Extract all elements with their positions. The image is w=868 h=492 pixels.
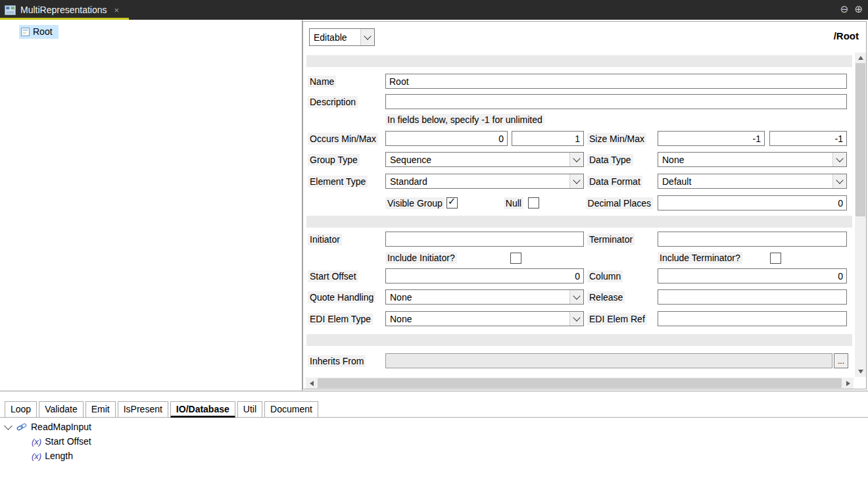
tab-util[interactable]: Util — [237, 401, 262, 418]
chevron-down-icon[interactable] — [4, 422, 12, 430]
scroll-up-icon[interactable] — [855, 53, 866, 63]
scroll-left-icon[interactable] — [306, 378, 317, 389]
data-type-label: Data Type — [587, 155, 658, 165]
element-type-label: Element Type — [308, 176, 385, 187]
zoom-in-icon[interactable]: ⊕ — [854, 3, 863, 15]
include-terminator-label: Include Terminator? — [658, 252, 742, 264]
edi-elem-type-label: EDI Elem Type — [308, 314, 385, 324]
chevron-down-icon[interactable] — [569, 290, 583, 304]
tree-item-label: ReadMapInput — [31, 422, 91, 432]
vertical-scroll-thumb[interactable] — [856, 63, 865, 216]
size-min-input[interactable] — [658, 131, 765, 146]
occurs-max-input[interactable] — [512, 131, 584, 146]
column-input[interactable] — [658, 268, 847, 283]
edi-elem-ref-label: EDI Elem Ref — [587, 314, 658, 324]
properties-header: Editable /Root — [303, 22, 866, 53]
chevron-down-icon[interactable] — [832, 153, 846, 166]
tab-validate[interactable]: Validate — [39, 401, 84, 418]
tree-item-start-offset[interactable]: (x) Start Offset — [0, 434, 868, 449]
edi-elem-ref-input[interactable] — [658, 311, 847, 326]
close-icon[interactable]: × — [114, 5, 120, 15]
document-tab[interactable]: MultiRepresentations × — [0, 0, 127, 20]
section-divider — [306, 55, 852, 67]
null-checkbox[interactable] — [528, 197, 539, 209]
variable-icon: (x) — [32, 451, 41, 461]
tab-emit[interactable]: Emit — [85, 401, 116, 418]
name-label: Name — [308, 76, 385, 87]
edi-elem-type-select[interactable]: None — [385, 311, 584, 326]
description-input[interactable] — [385, 94, 847, 109]
size-max-input[interactable] — [769, 131, 847, 146]
tab-io-database[interactable]: IO/Database — [170, 401, 235, 418]
release-input[interactable] — [658, 289, 847, 305]
application-window: MultiRepresentations × ⊖ ⊕ Root — [0, 0, 868, 492]
properties-form: Name Description In fields below, specif… — [303, 53, 854, 377]
inherits-from-input — [385, 353, 832, 368]
terminator-label: Terminator — [587, 234, 658, 245]
structure-tree-panel: Root — [0, 20, 302, 391]
chevron-down-icon[interactable] — [832, 174, 846, 188]
include-initiator-label: Include Initiator? — [385, 252, 457, 264]
group-type-select[interactable]: Sequence — [385, 152, 584, 167]
title-bar: MultiRepresentations × ⊖ ⊕ — [0, 0, 868, 20]
decimal-places-label: Decimal Places — [586, 197, 653, 209]
chevron-down-icon[interactable] — [569, 312, 583, 326]
tree-item-length[interactable]: (x) Length — [0, 449, 868, 463]
bottom-panel: Loop Validate Emit IsPresent IO/Database… — [0, 392, 868, 492]
titlebar-controls: ⊖ ⊕ — [840, 0, 863, 18]
name-input[interactable] — [385, 74, 847, 89]
group-type-label: Group Type — [308, 155, 385, 165]
data-type-select[interactable]: None — [658, 152, 847, 167]
quote-handling-label: Quote Handling — [308, 292, 385, 303]
document-tab-title: MultiRepresentations — [20, 5, 107, 15]
unlimited-hint-text: In fields below, specify -1 for unlimite… — [385, 114, 544, 126]
occurs-min-max-label: Occurs Min/Max — [308, 134, 385, 144]
zoom-out-icon[interactable]: ⊖ — [840, 3, 849, 15]
tree-item-readmapinput[interactable]: ReadMapInput — [0, 420, 868, 434]
tree-item-label: Start Offset — [45, 436, 91, 447]
scroll-right-icon[interactable] — [842, 378, 854, 389]
io-database-tree: ReadMapInput (x) Start Offset (x) Length — [0, 420, 868, 463]
edi-elem-type-value: None — [386, 312, 569, 326]
browse-button[interactable]: ... — [834, 353, 848, 368]
occurs-min-input[interactable] — [385, 131, 508, 146]
element-type-select[interactable]: Standard — [385, 174, 584, 189]
data-format-select[interactable]: Default — [658, 174, 847, 189]
data-type-value: None — [658, 153, 832, 166]
visible-group-checkbox[interactable] — [446, 197, 458, 209]
edit-mode-value: Editable — [310, 29, 360, 45]
edit-mode-select[interactable]: Editable — [309, 28, 375, 46]
data-format-label: Data Format — [587, 176, 658, 187]
node-icon — [21, 28, 30, 36]
scroll-down-icon[interactable] — [855, 366, 866, 377]
section-divider — [306, 334, 852, 346]
chevron-down-icon[interactable] — [360, 29, 374, 45]
chevron-down-icon[interactable] — [569, 174, 583, 188]
horizontal-scroll-thumb[interactable] — [318, 378, 842, 388]
horizontal-scrollbar[interactable] — [306, 378, 854, 389]
tab-document[interactable]: Document — [264, 401, 318, 418]
start-offset-label: Start Offset — [308, 271, 385, 282]
column-label: Column — [587, 271, 658, 282]
section-divider — [306, 216, 852, 228]
null-label: Null — [504, 197, 523, 209]
terminator-input[interactable] — [658, 232, 847, 247]
initiator-input[interactable] — [385, 232, 584, 247]
tree-item-root[interactable]: Root — [19, 25, 59, 39]
quote-handling-select[interactable]: None — [385, 289, 584, 305]
start-offset-input[interactable] — [385, 268, 584, 283]
decimal-places-input[interactable] — [658, 195, 847, 210]
chain-link-icon — [16, 422, 27, 432]
tab-ispresent[interactable]: IsPresent — [118, 401, 168, 418]
inherits-from-label: Inherits From — [308, 356, 385, 366]
group-type-value: Sequence — [386, 153, 569, 166]
include-initiator-checkbox[interactable] — [510, 253, 521, 264]
quote-handling-value: None — [386, 290, 569, 304]
chevron-down-icon[interactable] — [569, 153, 583, 166]
element-path: /Root — [834, 30, 859, 41]
tab-loop[interactable]: Loop — [5, 401, 37, 418]
variable-icon: (x) — [32, 437, 41, 447]
include-terminator-checkbox[interactable] — [770, 253, 781, 264]
release-label: Release — [587, 292, 658, 303]
vertical-scrollbar[interactable] — [855, 53, 866, 377]
